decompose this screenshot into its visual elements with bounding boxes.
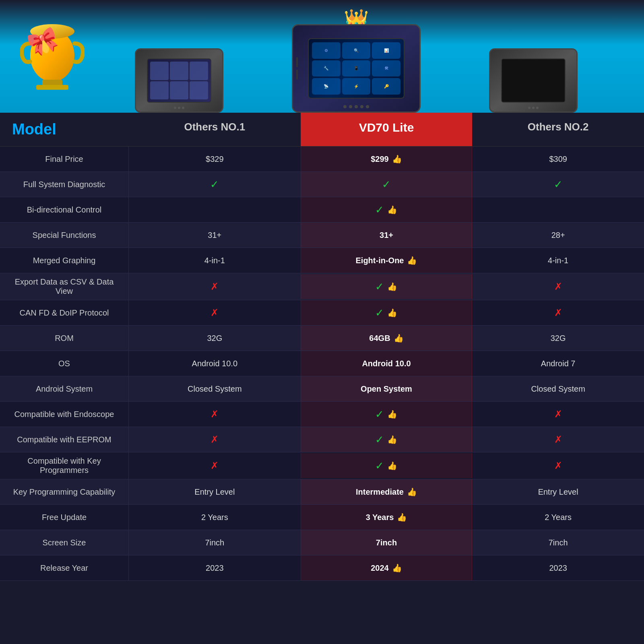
feature-text: Bi-directional Control: [27, 205, 102, 215]
table-row: Compatible with Endoscope ✗ ✓ 👍 ✗: [0, 402, 644, 427]
cross-icon: ✗: [211, 460, 219, 471]
table-row: Full System Diagnostic ✓ ✓ ✓: [0, 172, 644, 197]
check-icon: ✓: [375, 307, 384, 319]
check-icon: ✓: [375, 408, 384, 421]
check-icon: ✓: [382, 178, 391, 191]
feature-label: Compatible with Endoscope: [0, 402, 129, 427]
table-row: Export Data as CSV & Data View ✗ ✓ 👍 ✗: [0, 273, 644, 300]
cross-icon: ✗: [554, 281, 562, 292]
col3-cell: 2 Years: [472, 505, 644, 530]
thumb-icon: 👍: [407, 487, 417, 497]
table-body: Final Price $329 $299 👍 $309 Full System…: [0, 147, 644, 581]
table-row: Special Functions 31+ 31+ 28+: [0, 223, 644, 248]
cell-value: Entry Level: [194, 487, 235, 497]
cell-value: Entry Level: [538, 487, 578, 497]
cell-value: $309: [549, 155, 567, 164]
feature-label: Compatible with Key Programmers: [0, 452, 129, 479]
col1-cell: 2023: [129, 555, 301, 580]
thumb-icon: 👍: [392, 154, 402, 164]
col2-cell: ✓ 👍: [301, 402, 473, 427]
feature-label: Key Programming Capability: [0, 479, 129, 504]
device-screen-col1: [147, 58, 211, 103]
cell-value: 7inch: [205, 538, 224, 547]
col2-cell: Open System: [301, 376, 473, 401]
feature-text: Merged Graphing: [33, 256, 96, 265]
cell-value: 4-in-1: [204, 256, 225, 265]
check-icon: ✓: [210, 178, 219, 191]
thumb-icon: 👍: [387, 282, 397, 291]
col3-cell: 32G: [472, 326, 644, 351]
thumb-icon: 👍: [387, 409, 397, 419]
col1-cell: 31+: [129, 223, 301, 248]
table-row: Free Update 2 Years 3 Years 👍 2 Years: [0, 505, 644, 530]
cell-value: Open System: [361, 384, 412, 394]
model-label: Model: [0, 113, 129, 146]
col3-cell: Entry Level: [472, 479, 644, 504]
feature-text: CAN FD & DoIP Protocol: [20, 308, 109, 318]
cell-value: Closed System: [531, 384, 585, 394]
feature-label: Screen Size: [0, 530, 129, 555]
cell-value: Android 10.0: [362, 359, 411, 368]
col2-cell: ✓ 👍: [301, 197, 473, 222]
check-icon: ✓: [375, 281, 384, 293]
device-screen-col3: [501, 58, 566, 103]
cell-value: 3 Years: [366, 513, 394, 522]
col2-cell: 3 Years 👍: [301, 505, 473, 530]
col1-cell: [129, 197, 301, 222]
table-row: Key Programming Capability Entry Level I…: [0, 479, 644, 505]
feature-label: Compatible with EEPROM: [0, 427, 129, 452]
device-col3: [489, 48, 578, 113]
cell-value: 2 Years: [545, 513, 572, 522]
feature-text: Special Functions: [33, 231, 96, 240]
check-icon: ✓: [375, 204, 384, 216]
svg-rect-3: [36, 85, 68, 90]
cell-value: $299: [371, 155, 389, 164]
col3-cell: ✗: [472, 300, 644, 325]
cell-value: 28+: [551, 231, 565, 240]
feature-text: ROM: [55, 334, 74, 343]
header-section: 🎀: [0, 0, 644, 113]
feature-text: Key Programming Capability: [13, 487, 115, 497]
cell-value: Android 7: [541, 359, 576, 368]
feature-label: CAN FD & DoIP Protocol: [0, 300, 129, 325]
cell-value: 31+: [380, 231, 393, 240]
feature-text: Export Data as CSV & Data View: [6, 277, 122, 296]
cross-icon: ✗: [211, 434, 219, 445]
col3-cell: ✓: [472, 172, 644, 197]
col1-cell: 32G: [129, 326, 301, 351]
col2-cell: 2024 👍: [301, 555, 473, 580]
col2-cell: 7inch: [301, 530, 473, 555]
cell-value: 7inch: [376, 538, 397, 547]
cell-value: 4-in-1: [548, 256, 568, 265]
feature-label: Export Data as CSV & Data View: [0, 273, 129, 300]
thumb-icon: 👍: [394, 333, 404, 343]
feature-text: Full System Diagnostic: [23, 180, 105, 189]
device-col2: 👑 ⚙ 🔍 📊 🔧 📱 🛠 📡 ⚡ 🔑: [292, 24, 421, 113]
col2-cell: 31+: [301, 223, 473, 248]
col3-cell: [472, 197, 644, 222]
thumb-icon: 👍: [392, 563, 402, 573]
check-icon: ✓: [554, 178, 563, 191]
col3-header: Others NO.2: [472, 113, 644, 146]
col3-cell: Closed System: [472, 376, 644, 401]
thumb-icon: 👍: [407, 256, 417, 265]
cell-value: 2 Years: [201, 513, 228, 522]
feature-text: Compatible with Key Programmers: [6, 456, 122, 475]
col1-cell: Closed System: [129, 376, 301, 401]
table-row: CAN FD & DoIP Protocol ✗ ✓ 👍 ✗: [0, 300, 644, 326]
col1-cell: 4-in-1: [129, 248, 301, 273]
table-row: Release Year 2023 2024 👍 2023: [0, 555, 644, 581]
col3-cell: ✗: [472, 402, 644, 427]
comparison-table: Model Others NO.1 VD70 Lite Others NO.2 …: [0, 113, 644, 581]
table-row: Bi-directional Control ✓ 👍: [0, 197, 644, 223]
cell-value: 7inch: [549, 538, 568, 547]
cross-icon: ✗: [554, 434, 562, 445]
col3-cell: ✗: [472, 274, 644, 299]
vd70-screen: ⚙ 🔍 📊 🔧 📱 🛠 📡 ⚡ 🔑: [308, 38, 405, 99]
cross-icon: ✗: [554, 307, 562, 318]
col2-cell: Intermediate 👍: [301, 479, 473, 504]
cell-value: 32G: [551, 334, 566, 343]
col1-cell: ✗: [129, 402, 301, 427]
table-row: Screen Size 7inch 7inch 7inch: [0, 530, 644, 555]
col2-cell: $299 👍: [301, 147, 473, 171]
